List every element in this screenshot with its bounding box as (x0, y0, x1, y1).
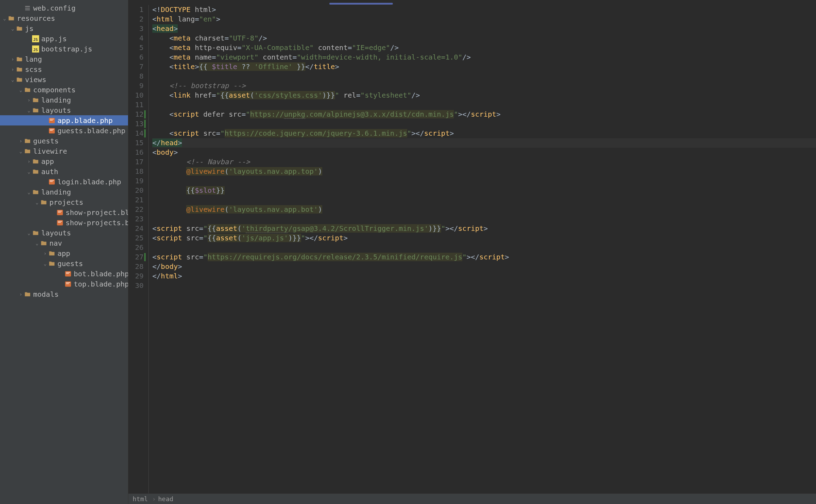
chevron-down-icon[interactable]: ⌄ (10, 77, 16, 82)
code-line[interactable]: <script src="https://code.jquery.com/jqu… (152, 129, 816, 138)
tree-item[interactable]: ⌄landing (0, 187, 128, 197)
breadcrumb-item[interactable]: html (133, 495, 148, 503)
code-line[interactable]: <html lang="en"> (152, 14, 816, 24)
tree-item[interactable]: web.config (0, 3, 128, 13)
chevron-down-icon[interactable]: ⌄ (26, 230, 32, 236)
line-number[interactable]: 23 (128, 214, 144, 224)
line-number[interactable]: 19 (128, 176, 144, 186)
code-line[interactable]: <script src="{{asset('thirdparty/gsap@3.… (152, 224, 816, 233)
line-number[interactable]: 21 (128, 195, 144, 205)
line-number[interactable]: 29 (128, 271, 144, 281)
tree-item[interactable]: show-project.blade.php (0, 207, 128, 217)
code-line[interactable]: <!-- bootstrap --> (152, 81, 816, 91)
tree-item[interactable]: show-projects.blade.php (0, 217, 128, 228)
line-number[interactable]: 25 (128, 233, 144, 243)
chevron-right-icon[interactable]: › (26, 97, 32, 103)
tree-item[interactable]: ⌄auth (0, 166, 128, 177)
line-number[interactable]: 30 (128, 281, 144, 290)
line-number[interactable]: 18 (128, 167, 144, 176)
tree-item[interactable]: guests.blade.php (0, 125, 128, 136)
code-line[interactable]: <meta name="viewport" content="width=dev… (152, 53, 816, 62)
chevron-down-icon[interactable]: ⌄ (26, 107, 32, 113)
line-number[interactable]: 12 (128, 110, 144, 119)
code-line[interactable]: <head> (152, 24, 816, 33)
line-number[interactable]: 13 (128, 119, 144, 129)
tree-item[interactable]: ›lang (0, 54, 128, 64)
line-number[interactable]: 9 (128, 81, 144, 91)
code-line[interactable]: @livewire('layouts.nav.app.bot') (152, 205, 816, 214)
code-line[interactable]: <link href="{{asset('css/styles.css')}}"… (152, 91, 816, 100)
line-number[interactable]: 17 (128, 157, 144, 167)
code-line[interactable]: </html> (152, 271, 816, 281)
tree-item[interactable]: app.blade.php (0, 115, 128, 125)
chevron-right-icon[interactable]: › (10, 56, 16, 62)
chevron-down-icon[interactable]: ⌄ (26, 169, 32, 174)
chevron-down-icon[interactable]: ⌄ (34, 240, 40, 246)
chevron-right-icon[interactable]: › (18, 291, 24, 297)
chevron-right-icon[interactable]: › (18, 138, 24, 144)
tree-item[interactable]: ⌄components (0, 85, 128, 95)
code-line[interactable] (152, 281, 816, 290)
chevron-down-icon[interactable]: ⌄ (42, 261, 48, 266)
tree-item[interactable]: ›app (0, 156, 128, 166)
tree-item[interactable]: ⌄resources (0, 13, 128, 23)
code-content[interactable]: <!DOCTYPE html><html lang="en"><head> <m… (149, 5, 816, 493)
code-line[interactable]: <meta http-equiv="X-UA-Compatible" conte… (152, 43, 816, 53)
line-number[interactable]: 7 (128, 62, 144, 72)
tree-item[interactable]: ⌄layouts (0, 228, 128, 238)
line-number[interactable]: 16 (128, 148, 144, 157)
code-line[interactable]: <!DOCTYPE html> (152, 5, 816, 14)
tree-item[interactable]: ›scss (0, 64, 128, 74)
line-gutter[interactable]: 1234567891011121314151617181920212223242… (128, 5, 149, 493)
line-number[interactable]: 14 (128, 129, 144, 138)
line-number[interactable]: 27 (128, 252, 144, 262)
code-line[interactable]: <!-- Navbar --> (152, 157, 816, 167)
line-number[interactable]: 2 (128, 14, 144, 24)
line-number[interactable]: 8 (128, 72, 144, 81)
tree-item[interactable]: bot.blade.php (0, 269, 128, 279)
line-number[interactable]: 15 (128, 138, 144, 148)
code-line[interactable] (152, 214, 816, 224)
tree-item[interactable]: ›app (0, 248, 128, 258)
line-number[interactable]: 3 (128, 24, 144, 33)
code-line[interactable] (152, 176, 816, 186)
tree-item[interactable]: ⌄nav (0, 238, 128, 248)
code-line[interactable] (152, 119, 816, 129)
chevron-down-icon[interactable]: ⌄ (18, 148, 24, 154)
line-number[interactable]: 11 (128, 100, 144, 110)
tree-item[interactable]: ⌄js (0, 23, 128, 33)
chevron-right-icon[interactable]: › (42, 251, 48, 256)
code-line[interactable]: <script src="https://requirejs.org/docs/… (152, 252, 816, 262)
tree-item[interactable]: JSapp.js (0, 33, 128, 44)
project-tree[interactable]: web.config⌄resources⌄jsJSapp.jsJSbootstr… (0, 0, 128, 504)
code-line[interactable]: <body> (152, 148, 816, 157)
tree-item[interactable]: JSbootstrap.js (0, 44, 128, 54)
line-number[interactable]: 5 (128, 43, 144, 53)
chevron-down-icon[interactable]: ⌄ (26, 189, 32, 195)
chevron-down-icon[interactable]: ⌄ (10, 26, 16, 31)
line-number[interactable]: 24 (128, 224, 144, 233)
code-line[interactable] (152, 243, 816, 252)
editor[interactable]: 1234567891011121314151617181920212223242… (128, 0, 816, 504)
tree-item[interactable]: top.blade.php (0, 279, 128, 289)
code-line[interactable]: @livewire('layouts.nav.app.top') (152, 167, 816, 176)
chevron-down-icon[interactable]: ⌄ (34, 199, 40, 205)
line-number[interactable]: 10 (128, 91, 144, 100)
code-line[interactable] (152, 100, 816, 110)
code-line[interactable]: </head> (152, 138, 816, 148)
code-line[interactable]: <title>{{ $title ?? 'Offline' }}</title> (152, 62, 816, 72)
code-line[interactable] (152, 72, 816, 81)
chevron-down-icon[interactable]: ⌄ (18, 87, 24, 93)
code-line[interactable]: <script src="{{asset('js/app.js')}}"></s… (152, 233, 816, 243)
code-line[interactable] (152, 195, 816, 205)
code-line[interactable]: {{$slot}} (152, 186, 816, 195)
line-number[interactable]: 28 (128, 262, 144, 271)
chevron-down-icon[interactable]: ⌄ (1, 16, 8, 21)
tree-item[interactable]: ⌄guests (0, 258, 128, 269)
code-line[interactable]: </body> (152, 262, 816, 271)
tree-item[interactable]: ›guests (0, 136, 128, 146)
line-number[interactable]: 20 (128, 186, 144, 195)
tree-item[interactable]: login.blade.php (0, 177, 128, 187)
line-number[interactable]: 26 (128, 243, 144, 252)
line-number[interactable]: 4 (128, 33, 144, 43)
